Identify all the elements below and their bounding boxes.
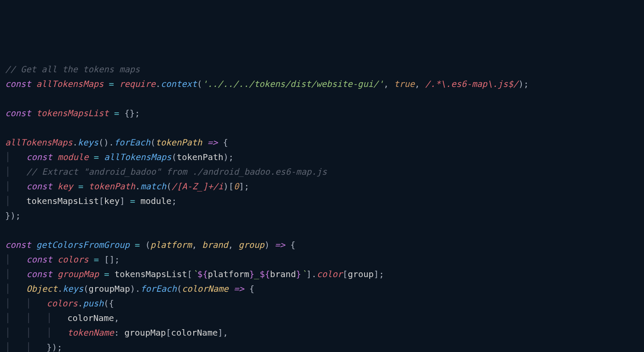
- code-line-5: [5, 120, 639, 135]
- code-editor[interactable]: // Get all the tokens mapsconst allToken…: [5, 62, 639, 352]
- code-line-6: allTokensMaps.keys().forEach(tokenPath =…: [5, 135, 639, 150]
- code-line-11: });: [5, 208, 639, 223]
- code-line-12: [5, 223, 639, 238]
- code-line-4: const tokensMapsList = {};: [5, 106, 639, 120]
- code-line-14: │ const colors = [];: [5, 252, 639, 267]
- code-line-19: │ │ │ tokenName: groupMap[colorName],: [5, 325, 639, 340]
- code-line-1: // Get all the tokens maps: [5, 62, 639, 77]
- code-line-2: const allTokensMaps = require.context('.…: [5, 77, 639, 91]
- code-line-10: │ tokensMapsList[key] = module;: [5, 194, 639, 208]
- code-line-17: │ │ colors.push({: [5, 296, 639, 311]
- code-line-20: │ │ });: [5, 340, 639, 352]
- code-line-13: const getColorsFromGroup = (platform, br…: [5, 238, 639, 252]
- comment: // Get all the tokens maps: [5, 64, 140, 74]
- code-line-3: [5, 91, 639, 106]
- comment: // Extract "android_badoo" from ./androi…: [26, 167, 327, 177]
- code-line-8: │ // Extract "android_badoo" from ./andr…: [5, 164, 639, 179]
- code-line-15: │ const groupMap = tokensMapsList[`${pla…: [5, 267, 639, 281]
- code-line-18: │ │ │ colorName,: [5, 311, 639, 325]
- code-line-16: │ Object.keys(groupMap).forEach(colorNam…: [5, 281, 639, 296]
- code-line-9: │ const key = tokenPath.match(/[A-Z_]+/i…: [5, 179, 639, 194]
- code-line-7: │ const module = allTokensMaps(tokenPath…: [5, 150, 639, 164]
